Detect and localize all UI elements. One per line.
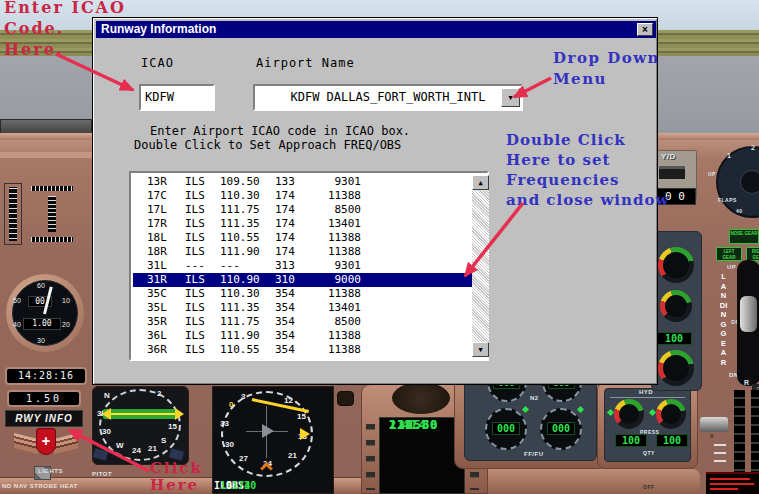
runway-row[interactable]: 18LILS110.5517411388 [133, 231, 472, 245]
chevron-down-icon: ▼ [508, 94, 512, 102]
runway-cell: 110.30 [220, 189, 260, 203]
chrono-lower-display: 1.00 [23, 318, 61, 330]
runway-cell: 110.30 [220, 287, 260, 301]
runway-row[interactable]: 17CILS110.3017411388 [133, 189, 472, 203]
switch-strip [458, 469, 700, 494]
trim-indicator [28, 235, 76, 244]
compass-mark: 15 [168, 422, 177, 431]
runway-cell: 354 [275, 287, 295, 301]
chrono-tick: 60 [37, 282, 45, 289]
runway-cell: 174 [275, 203, 295, 217]
gear-lever-handle[interactable] [740, 296, 757, 332]
runway-row[interactable]: 35RILS111.753548500 [133, 315, 472, 329]
runway-cell: 174 [275, 231, 295, 245]
annotation-click-here: ClickHere [150, 460, 203, 494]
annotation-enter-icao: Enter ICAOCode.Here. [4, 0, 126, 60]
lever-tick [714, 444, 726, 446]
radio-buttons-left[interactable] [366, 424, 375, 490]
runway-cell: 310 [275, 273, 295, 287]
airport-name-label: Airport Name [256, 56, 355, 70]
runway-row-selected[interactable]: 31RILS110.903109000 [133, 273, 472, 287]
hyd-press-gauge-left [614, 399, 644, 429]
runway-row[interactable]: 35LILS111.3535413401 [133, 301, 472, 315]
panel-rim [0, 152, 92, 158]
runway-cell: 17L [147, 203, 167, 217]
hyd-left-value: 100 [615, 434, 647, 447]
obs-mark: 3 [241, 392, 245, 401]
runway-row[interactable]: 36LILS111.9035411388 [133, 329, 472, 343]
panel-knob[interactable] [337, 391, 354, 406]
runway-cell: 13R [147, 175, 167, 189]
side-gauge [658, 247, 694, 283]
runway-cell: 11388 [303, 189, 361, 203]
nav-readout: ILS 110.30 OBS 174 [214, 479, 334, 494]
radio-speaker [392, 382, 450, 414]
runway-cell: 8500 [303, 203, 361, 217]
runway-row[interactable]: 36RILS110.5535411388 [133, 343, 472, 357]
chrono-tick: 40 [13, 321, 21, 328]
scrollbar-track[interactable]: ▲ ▼ [472, 175, 489, 357]
a-label: A [710, 433, 714, 439]
runway-cell: ILS [185, 245, 205, 259]
annotation-double-click: Double ClickHere to setFrequenciesand cl… [506, 130, 669, 210]
pitot-label: PITOT [92, 471, 112, 477]
runway-row[interactable]: 13RILS109.501339301 [133, 175, 472, 189]
annotation-drop-down-menu: Drop DownMenu [553, 48, 660, 90]
runway-cell: 13401 [303, 217, 361, 231]
flaps-mark: 40 [736, 208, 743, 214]
dropdown-button[interactable]: ▼ [501, 88, 520, 107]
runway-row[interactable]: 18RILS111.9017411388 [133, 245, 472, 259]
clock-display: 14:28:16 [5, 367, 87, 385]
runway-cell: 31L [147, 259, 167, 273]
runway-cell: 111.75 [220, 203, 260, 217]
dialog-title-bar[interactable]: Runway Information [96, 21, 656, 38]
runway-cell: 31R [147, 273, 167, 287]
trim-indicator [4, 183, 22, 245]
runway-cell: 36L [147, 329, 167, 343]
runway-cell: 354 [275, 343, 295, 357]
runway-cell: 111.90 [220, 329, 260, 343]
fuel-flow-right-value: 000 [547, 422, 575, 435]
obs-mark: 21 [288, 451, 297, 460]
trim-indicator [28, 184, 76, 193]
scroll-up-button[interactable]: ▲ [472, 175, 489, 190]
obs-pointer [300, 428, 316, 440]
close-button[interactable]: × [637, 23, 653, 36]
runway-cell: 111.90 [220, 245, 260, 259]
runway-cell: 174 [275, 217, 295, 231]
runway-row[interactable]: 17RILS111.3517413401 [133, 217, 472, 231]
runway-cell: ILS [185, 217, 205, 231]
runway-row[interactable]: 35CILS110.3035411388 [133, 287, 472, 301]
icao-input[interactable]: KDFW [139, 84, 215, 111]
chrono-tick: 30 [37, 337, 45, 344]
lever-tick [714, 452, 726, 454]
airport-name-dropdown[interactable]: KDFW DALLAS_FORT_WORTH_INTL ▼ [253, 84, 523, 111]
runway-cell: 111.75 [220, 315, 260, 329]
hyd-right-value: 100 [656, 434, 688, 447]
runway-cell: ILS [185, 203, 205, 217]
runway-cell: 11388 [303, 287, 361, 301]
runway-cell: ILS [185, 175, 205, 189]
runway-cell: 354 [275, 301, 295, 315]
lever-handle[interactable] [700, 417, 728, 432]
rwy-info-button[interactable]: RWY INFO [5, 410, 83, 427]
compass-mark: W [116, 441, 124, 450]
runway-row[interactable]: 31L------3139301 [133, 259, 472, 273]
radio-display: 132.80110.30113.604142245 [379, 417, 465, 494]
runway-cell: ILS [185, 287, 205, 301]
hyd-press-gauge-right [656, 399, 686, 429]
runway-cell: 110.55 [220, 231, 260, 245]
runway-cell: 18L [147, 231, 167, 245]
off-label: OFF [643, 484, 655, 490]
obs-mark: 27 [239, 454, 248, 463]
flaps-label: FLAPS [718, 197, 737, 203]
landing-gear-label: LANDING GEAR [719, 272, 728, 367]
airport-name-value: KDFW DALLAS_FORT_WORTH_INTL [290, 90, 485, 104]
runway-cell: 11388 [303, 343, 361, 357]
runway-cell: 354 [275, 329, 295, 343]
flaps-mark: 2 [751, 144, 755, 151]
runway-row[interactable]: 17LILS111.751748500 [133, 203, 472, 217]
runway-cell: --- [220, 259, 240, 273]
scroll-down-button[interactable]: ▼ [472, 342, 489, 357]
compass-mark: 30 [102, 427, 111, 436]
